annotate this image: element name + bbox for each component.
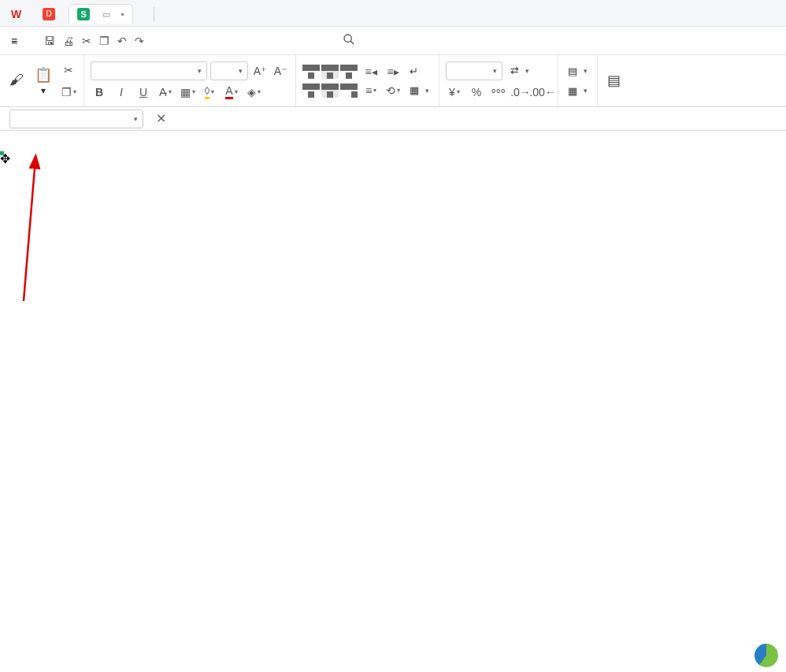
name-box[interactable]: ▾ xyxy=(9,110,143,128)
convert-icon: ⇄ xyxy=(510,65,519,76)
ribbon: 🖌 📋 ▾ ✂ ❐ ▾ ▾ A⁺ A⁻ B I xyxy=(0,55,786,107)
align-center-button[interactable] xyxy=(321,84,339,98)
number-group: ▾ ⇄ ▾ ¥ % ᵒᵒᵒ .0→ .00← xyxy=(439,55,558,106)
increase-indent-button[interactable]: ≡▸ xyxy=(384,63,402,80)
justify-button[interactable]: ≡ xyxy=(362,82,380,99)
undo-icon[interactable]: ↶ xyxy=(117,35,127,47)
worksheet-button[interactable]: ▦ ▾ xyxy=(565,84,591,98)
watermark-logo-icon xyxy=(754,644,778,667)
merge-icon: ▦ xyxy=(410,84,419,96)
merge-cells-button[interactable]: ▦ ▾ xyxy=(406,83,432,98)
orientation-button[interactable]: ⟲ xyxy=(384,82,402,99)
title-bar: W D S ▭ • xyxy=(0,0,786,27)
strikethrough-button[interactable]: A̶ xyxy=(157,84,174,101)
decrease-indent-button[interactable]: ≡◂ xyxy=(362,63,380,80)
currency-button[interactable]: ¥ xyxy=(446,84,463,101)
menu-hamburger-icon[interactable]: ≡ xyxy=(6,32,22,50)
quick-access-toolbar: 🖫 🖨 ✂ ❐ ↶ ↷ xyxy=(41,35,147,47)
font-size-select[interactable]: ▾ xyxy=(210,61,248,80)
close-tab-icon[interactable]: • xyxy=(120,9,124,20)
svg-point-0 xyxy=(344,35,351,42)
row-col-icon: ▤ xyxy=(568,65,577,77)
font-name-select[interactable]: ▾ xyxy=(91,61,207,80)
redo-icon[interactable]: ↷ xyxy=(135,35,144,47)
worksheet-icon: ▦ xyxy=(568,85,577,97)
number-format-select[interactable]: ▾ xyxy=(446,61,502,80)
cut-qat-icon[interactable]: ✂ xyxy=(82,35,91,47)
percent-button[interactable]: % xyxy=(468,84,485,101)
align-right-button[interactable] xyxy=(340,84,358,98)
italic-button[interactable]: I xyxy=(113,84,130,101)
document-tab[interactable]: S ▭ • xyxy=(69,4,133,24)
align-top-button[interactable] xyxy=(302,65,320,79)
fill-color-button[interactable]: ◊ xyxy=(201,84,218,101)
align-left-button[interactable] xyxy=(302,84,320,98)
paste-label: ▾ xyxy=(41,85,46,96)
font-group: ▾ ▾ A⁺ A⁻ B I U A̶ ▦ ◊ A ◈ xyxy=(84,55,296,106)
spreadsheet-icon: S xyxy=(77,8,90,20)
clear-format-button[interactable]: ◈ xyxy=(245,84,262,101)
conditional-format-button[interactable]: ▤ xyxy=(604,70,624,92)
cursor-crosshair-icon: ✥ xyxy=(0,151,10,166)
fill-handle[interactable] xyxy=(0,151,4,155)
spreadsheet-grid[interactable]: ✥ xyxy=(0,151,786,672)
wrap-text-button[interactable]: ↵ xyxy=(406,64,425,79)
paste-button[interactable]: 📋 ▾ xyxy=(32,65,55,98)
comma-button[interactable]: ᵒᵒᵒ xyxy=(490,84,507,101)
paste-icon: 📋 xyxy=(35,66,52,84)
vertical-align-buttons xyxy=(302,65,358,79)
styles-group: ▤ xyxy=(598,55,630,106)
search-icon[interactable] xyxy=(343,33,355,49)
align-bottom-button[interactable] xyxy=(340,65,358,79)
annotation-arrow xyxy=(0,151,47,309)
increase-font-button[interactable]: A⁺ xyxy=(251,62,269,80)
ribbon-tabs xyxy=(166,35,322,46)
selection-box xyxy=(0,151,3,154)
cut-button[interactable]: ✂ xyxy=(60,61,77,79)
cells-group: ▤ ▾ ▦ ▾ xyxy=(558,55,598,106)
underline-button[interactable]: U xyxy=(135,84,152,101)
cancel-formula-icon[interactable]: ✕ xyxy=(156,111,166,126)
watermark xyxy=(754,644,781,667)
tab-separator xyxy=(154,7,154,21)
app-home-tab[interactable]: W xyxy=(3,5,33,24)
format-painter-button[interactable]: 🖌 xyxy=(6,70,27,91)
formula-tools: ✕ xyxy=(148,111,182,126)
formula-input[interactable] xyxy=(182,117,786,121)
name-box-dropdown-icon[interactable]: ▾ xyxy=(134,115,138,123)
increase-decimal-button[interactable]: .0→ xyxy=(512,84,529,101)
svg-line-3 xyxy=(24,159,35,301)
conditional-format-icon: ▤ xyxy=(607,72,621,89)
font-color-button[interactable]: A xyxy=(223,84,240,101)
copy-qat-icon[interactable]: ❐ xyxy=(99,35,109,47)
alignment-group: ≡◂ ≡▸ ↵ ≡ ⟲ ▦ ▾ xyxy=(296,55,439,106)
window-indicator-icon[interactable]: ▭ xyxy=(102,9,110,20)
border-button[interactable]: ▦ xyxy=(179,84,196,101)
menu-bar: ≡ 🖫 🖨 ✂ ❐ ↶ ↷ xyxy=(0,27,786,55)
print-icon[interactable]: 🖨 xyxy=(63,35,74,47)
svg-line-1 xyxy=(350,41,354,44)
template-tab[interactable]: D xyxy=(35,5,67,24)
save-icon[interactable]: 🖫 xyxy=(44,35,55,47)
align-middle-button[interactable] xyxy=(321,65,339,79)
clipboard-group: 🖌 📋 ▾ ✂ ❐ xyxy=(0,55,84,106)
copy-button[interactable]: ❐ xyxy=(60,84,77,101)
decrease-decimal-button[interactable]: .00← xyxy=(534,84,551,101)
convert-button[interactable]: ⇄ ▾ xyxy=(507,63,532,78)
formula-bar: ▾ ✕ xyxy=(0,107,786,131)
decrease-font-button[interactable]: A⁻ xyxy=(272,62,289,80)
file-menu[interactable] xyxy=(27,39,36,43)
wrap-icon: ↵ xyxy=(410,65,418,77)
bold-button[interactable]: B xyxy=(91,84,108,101)
horizontal-align-buttons xyxy=(302,84,358,98)
row-col-button[interactable]: ▤ ▾ xyxy=(565,64,591,79)
wps-logo-icon: W xyxy=(11,8,21,20)
docer-logo-icon: D xyxy=(43,8,55,20)
format-painter-icon: 🖌 xyxy=(9,72,24,88)
